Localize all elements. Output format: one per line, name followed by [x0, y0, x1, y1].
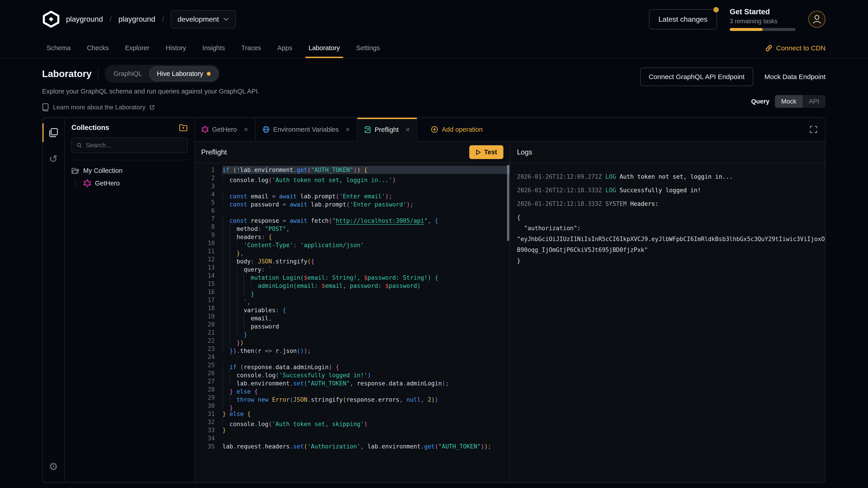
code-line-content: }	[222, 328, 510, 337]
mock-data-endpoint-button[interactable]: Mock Data Endpoint	[765, 73, 826, 80]
fullscreen-icon[interactable]	[810, 126, 817, 133]
code-line-content: 'Content-Type': 'application/json'	[222, 239, 510, 247]
get-started-widget[interactable]: Get Started 3 remaining tasks	[730, 7, 796, 31]
tab-gethero[interactable]: GetHero✕	[195, 118, 256, 141]
log-entry: 2026-01-26T12:12:09.271Z LOG Auth token …	[517, 171, 825, 182]
tab-add-operation[interactable]: Add operation	[424, 118, 489, 141]
code-line[interactable]: 18variables: {	[195, 304, 510, 312]
code-line[interactable]: 15adminLogin(email: $email, password: $p…	[195, 280, 510, 288]
nav-item-schema[interactable]: Schema	[46, 38, 70, 58]
code-line[interactable]: 19email,	[195, 312, 510, 320]
code-line[interactable]: 11},	[195, 247, 510, 255]
external-link-icon	[149, 105, 155, 110]
close-tab-icon[interactable]: ✕	[345, 126, 350, 133]
nav-item-apps[interactable]: Apps	[277, 38, 292, 58]
code-line[interactable]: 16}	[195, 288, 510, 296]
code-line[interactable]: 21}	[195, 328, 510, 337]
code-line[interactable]: 32console.log('Auth token set, skipping'…	[195, 418, 510, 426]
nav-item-insights[interactable]: Insights	[202, 38, 225, 58]
add-folder-icon[interactable]	[179, 124, 188, 131]
query-label: Query	[751, 98, 770, 105]
code-line[interactable]: 20password	[195, 320, 510, 328]
code-line[interactable]: 23}).then(r => r.json());	[195, 345, 510, 353]
code-line[interactable]: 12body: JSON.stringify({	[195, 255, 510, 263]
code-line-content: console.log('Successfully logged in!')	[222, 369, 510, 377]
line-number: 31	[195, 410, 222, 418]
collection-folder-row[interactable]: My Collection	[71, 167, 188, 174]
line-number: 11	[195, 247, 222, 255]
code-line[interactable]: 27lab.environment.set("AUTH_TOKEN", resp…	[195, 377, 510, 385]
rail-settings-button[interactable]: ⚙	[46, 460, 60, 473]
code-line[interactable]: 9headers: {	[195, 231, 510, 239]
target-selector[interactable]: development	[170, 10, 236, 29]
connect-graphql-endpoint-button[interactable]: Connect GraphQL API Endpoint	[640, 68, 753, 86]
connect-to-cdn-link[interactable]: Connect to CDN	[765, 38, 826, 58]
plus-circle-icon	[431, 126, 438, 133]
code-line[interactable]: 13query: `	[195, 263, 510, 271]
code-line[interactable]: 31} else {	[195, 410, 510, 418]
nav-item-history[interactable]: History	[166, 38, 186, 58]
mode-graphiql[interactable]: GraphiQL	[106, 67, 149, 80]
main-nav: SchemaChecksExplorerHistoryInsightsTrace…	[0, 38, 868, 58]
log-json-line: "authorization":	[517, 223, 825, 234]
test-button[interactable]: Test	[469, 145, 503, 159]
learn-more-link[interactable]: Learn more about the Laboratory	[42, 103, 259, 111]
code-line[interactable]: 8method: "POST",	[195, 223, 510, 231]
nav-item-explorer[interactable]: Explorer	[125, 38, 149, 58]
code-editor[interactable]: 1if (!lab.environment.get("AUTH_TOKEN"))…	[195, 163, 510, 482]
logs-body: 2026-01-26T12:12:09.271Z LOG Auth token …	[510, 163, 825, 482]
user-avatar[interactable]	[808, 11, 826, 28]
editor-scrollbar[interactable]	[507, 165, 509, 241]
collections-search[interactable]	[71, 138, 188, 153]
code-line[interactable]: 1if (!lab.environment.get("AUTH_TOKEN"))…	[195, 166, 510, 174]
code-line-content: body: JSON.stringify({	[222, 255, 510, 263]
search-input[interactable]	[86, 142, 183, 149]
sidebar-rail: ↺ ⚙	[42, 118, 65, 482]
tab-preflight[interactable]: Preflight✕	[358, 118, 417, 142]
line-number: 29	[195, 394, 222, 402]
code-line-content: }).then(r => r.json());	[222, 345, 510, 353]
nav-item-checks[interactable]: Checks	[87, 38, 109, 58]
code-line[interactable]: 5const password = await lab.prompt('Ente…	[195, 198, 510, 206]
mode-hive-laboratory[interactable]: Hive Laboratory	[149, 66, 218, 81]
code-line[interactable]: 33}	[195, 426, 510, 434]
code-line[interactable]: 17`,	[195, 296, 510, 304]
code-line[interactable]: 30}	[195, 402, 510, 410]
code-line[interactable]: 7const response = await fetch("http://lo…	[195, 215, 510, 223]
code-line[interactable]: 4const email = await lab.prompt('Enter e…	[195, 190, 510, 198]
nav-item-traces[interactable]: Traces	[241, 38, 261, 58]
latest-changes-button[interactable]: Latest changes	[649, 9, 717, 29]
code-line[interactable]: 34	[195, 434, 510, 442]
rail-collections-button[interactable]	[46, 126, 60, 139]
code-line[interactable]: 29throw new Error(JSON.stringify(respons…	[195, 394, 510, 402]
notification-dot	[713, 7, 719, 12]
editor-tabs: GetHero✕Environment Variables✕Preflight✕…	[195, 118, 825, 142]
code-line[interactable]: 6	[195, 206, 510, 215]
breadcrumb-org[interactable]: playground	[66, 15, 103, 24]
nav-item-laboratory[interactable]: Laboratory	[309, 38, 340, 58]
editor-mode-toggle: GraphiQL Hive Laboratory	[105, 65, 220, 83]
rail-history-button[interactable]: ↺	[46, 152, 60, 166]
breadcrumb-project[interactable]: playground	[119, 15, 155, 24]
get-started-subtitle: 3 remaining tasks	[730, 18, 796, 25]
close-tab-icon[interactable]: ✕	[244, 126, 248, 133]
tab-environment-variables[interactable]: Environment Variables✕	[256, 118, 358, 141]
code-line[interactable]: 24	[195, 353, 510, 361]
code-line[interactable]: 2console.log('Auth token not set, loggin…	[195, 174, 510, 182]
code-line[interactable]: 22})	[195, 337, 510, 345]
query-mode-api[interactable]: API	[803, 95, 826, 108]
code-line[interactable]: 14mutation Login($email: String!, $passw…	[195, 271, 510, 280]
code-line[interactable]: 10'Content-Type': 'application/json'	[195, 239, 510, 247]
close-tab-icon[interactable]: ✕	[405, 127, 410, 133]
query-mode-mock[interactable]: Mock	[775, 95, 803, 108]
code-line[interactable]: 25if (response.data.adminLogin) {	[195, 361, 510, 369]
hive-logo-icon[interactable]	[42, 11, 60, 28]
code-line[interactable]: 26console.log('Successfully logged in!')	[195, 369, 510, 377]
code-line[interactable]: 35lab.request.headers.set('Authorization…	[195, 442, 510, 451]
collection-folder-label: My Collection	[83, 167, 123, 174]
log-entry: 2026-01-26T12:12:18.333Z SYSTEM Headers:	[517, 198, 825, 209]
code-line[interactable]: 3	[195, 182, 510, 190]
operation-row-gethero[interactable]: GetHero	[84, 180, 188, 187]
nav-item-settings[interactable]: Settings	[356, 38, 380, 58]
code-line[interactable]: 28} else {	[195, 385, 510, 394]
